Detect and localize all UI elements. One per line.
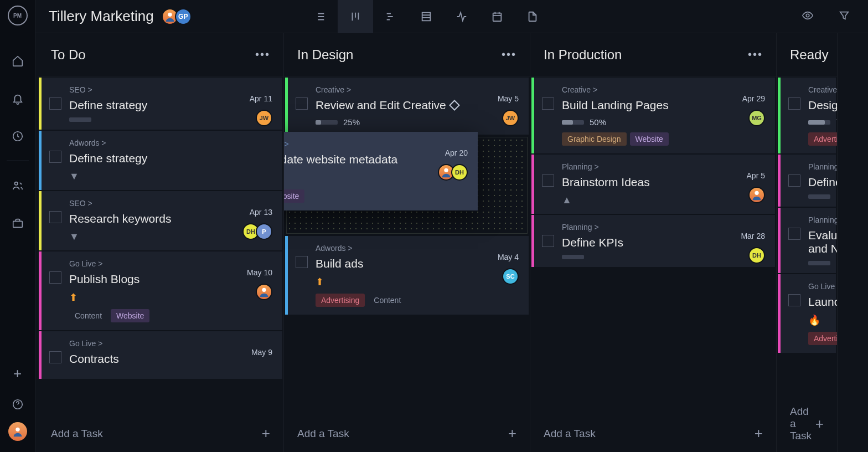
task-checkbox[interactable] <box>542 174 554 187</box>
task-category[interactable]: Creative > <box>316 85 519 94</box>
task-card[interactable]: Creative Design 75% Advertis <box>778 78 836 153</box>
task-card[interactable]: SEO > Define strategy Apr 11 JW <box>39 78 282 130</box>
task-checkbox[interactable] <box>49 271 61 284</box>
task-card[interactable]: Planning > Brainstorm Ideas ▲ Apr 5 <box>531 155 775 214</box>
task-category[interactable]: Go Live <box>808 282 837 291</box>
task-category[interactable]: Go Live > <box>69 339 272 348</box>
tag[interactable]: Advertis <box>808 332 837 345</box>
task-card[interactable]: Planning Evaluate and N <box>778 208 836 273</box>
task-category[interactable]: Planning <box>808 162 837 171</box>
assignee-avatar[interactable]: MG <box>748 110 765 126</box>
task-checkbox[interactable] <box>788 228 800 240</box>
tag[interactable]: Graphic Design <box>562 132 627 146</box>
task-checkbox[interactable] <box>296 97 308 110</box>
task-card[interactable]: Adwords > Build ads ⬆ AdvertisingContent… <box>285 236 529 315</box>
task-meta: 25% <box>316 117 519 127</box>
project-members[interactable]: GP <box>165 8 192 25</box>
tag[interactable]: Content <box>69 309 107 322</box>
task-category[interactable]: Go Live > <box>69 259 272 268</box>
progress-bar <box>808 261 830 265</box>
column-body[interactable]: SEO > Define strategy Apr 11 JW Adwords … <box>38 76 283 415</box>
files-view-tab[interactable] <box>515 0 550 33</box>
task-title: Review and Edit Creative <box>316 99 519 112</box>
board-view-tab[interactable] <box>338 0 373 33</box>
assignee-avatar[interactable]: SC <box>502 268 519 285</box>
tag[interactable]: Website <box>111 309 149 322</box>
assignee-avatar[interactable]: P <box>256 223 272 240</box>
task-category[interactable]: Planning > <box>562 162 765 171</box>
task-category[interactable]: SEO > <box>69 85 272 94</box>
task-checkbox[interactable] <box>49 211 61 223</box>
visibility-icon[interactable] <box>797 5 818 28</box>
tag[interactable]: Advertis <box>808 132 837 146</box>
add-task-button[interactable]: Add a Task + <box>530 415 776 452</box>
column-menu-icon[interactable]: ••• <box>502 48 516 61</box>
task-card[interactable]: Go Live > Contracts May 9 <box>39 331 282 379</box>
add-task-button[interactable]: Add a Task + <box>38 415 283 452</box>
task-card[interactable]: SEO > Research keywords ▼ Apr 13 DHP <box>39 191 282 250</box>
task-category[interactable]: Planning > <box>562 223 765 232</box>
column-body[interactable]: Creative > Build Landing Pages 50% Graph… <box>530 76 776 415</box>
member-avatar[interactable]: GP <box>175 8 192 25</box>
task-checkbox[interactable] <box>49 151 61 163</box>
task-card[interactable]: Planning > Define KPIs Mar 28 DH <box>531 215 775 267</box>
task-checkbox[interactable] <box>788 294 800 306</box>
task-checkbox[interactable] <box>49 351 61 363</box>
task-checkbox[interactable] <box>788 174 800 187</box>
assignee-avatar[interactable] <box>748 187 765 203</box>
task-category[interactable]: SEO > <box>284 140 468 148</box>
table-view-tab[interactable] <box>409 0 444 33</box>
add-task-button[interactable]: Add a Task + <box>284 415 530 452</box>
task-card[interactable]: Planning Define <box>778 155 836 207</box>
assignee-avatar[interactable]: DH <box>748 247 765 264</box>
task-checkbox[interactable] <box>542 97 554 110</box>
home-icon[interactable] <box>11 54 24 68</box>
column-body[interactable]: Creative Design 75% Advertis Planning De… <box>777 76 837 396</box>
task-category[interactable]: Adwords > <box>316 244 519 253</box>
task-category[interactable]: Adwords > <box>69 138 272 147</box>
add-project-icon[interactable]: + <box>11 367 24 380</box>
help-icon[interactable] <box>11 398 24 411</box>
column-menu-icon[interactable]: ••• <box>748 48 763 61</box>
gantt-view-tab[interactable] <box>373 0 409 33</box>
tag[interactable]: Content <box>368 294 406 307</box>
app-logo[interactable]: PM <box>8 6 28 25</box>
assignee-avatar[interactable] <box>256 284 272 300</box>
add-task-button[interactable]: Add a Task + <box>777 396 837 452</box>
task-category[interactable]: SEO > <box>69 199 272 208</box>
task-category[interactable]: Creative > <box>562 85 765 94</box>
assignee-avatar[interactable]: DH <box>451 164 468 181</box>
task-checkbox[interactable] <box>296 256 308 268</box>
activity-view-tab[interactable] <box>444 0 479 33</box>
tag[interactable]: Advertising <box>316 294 365 307</box>
dragging-card[interactable]: SEO > Update website metadata ⬇ Website … <box>284 132 478 210</box>
assignee-avatar[interactable]: JW <box>502 110 519 126</box>
tag[interactable]: Website <box>630 132 669 146</box>
task-card[interactable]: Adwords > Define strategy ▼ <box>39 131 282 190</box>
task-card[interactable]: Go Live Launch 🔥 Advertis <box>778 274 836 353</box>
task-category[interactable]: Planning <box>808 215 837 224</box>
tag[interactable]: Website <box>284 189 304 203</box>
task-checkbox[interactable] <box>49 97 61 110</box>
people-icon[interactable] <box>11 179 24 192</box>
column-body[interactable]: Creative > Review and Edit Creative 25% … <box>284 76 530 415</box>
progress-bar <box>562 255 584 259</box>
task-card[interactable]: Creative > Build Landing Pages 50% Graph… <box>531 78 775 153</box>
svg-point-5 <box>168 12 172 16</box>
task-card[interactable]: Go Live > Publish Blogs ⬆ ContentWebsite… <box>39 251 282 330</box>
task-checkbox[interactable] <box>788 97 800 110</box>
user-avatar[interactable] <box>8 422 27 441</box>
card-tags: AdvertisingContent <box>316 294 519 307</box>
clock-icon[interactable] <box>11 130 24 143</box>
task-checkbox[interactable] <box>542 235 554 247</box>
list-view-tab[interactable] <box>302 0 338 33</box>
task-category[interactable]: Creative <box>808 85 837 94</box>
task-title: Publish Blogs <box>69 273 272 286</box>
task-card[interactable]: Creative > Review and Edit Creative 25% … <box>285 78 529 135</box>
briefcase-icon[interactable] <box>11 217 24 230</box>
filter-icon[interactable] <box>834 5 855 28</box>
column-menu-icon[interactable]: ••• <box>255 48 270 61</box>
calendar-view-tab[interactable] <box>479 0 515 33</box>
bell-icon[interactable] <box>11 92 24 105</box>
assignee-avatar[interactable]: JW <box>256 110 272 126</box>
